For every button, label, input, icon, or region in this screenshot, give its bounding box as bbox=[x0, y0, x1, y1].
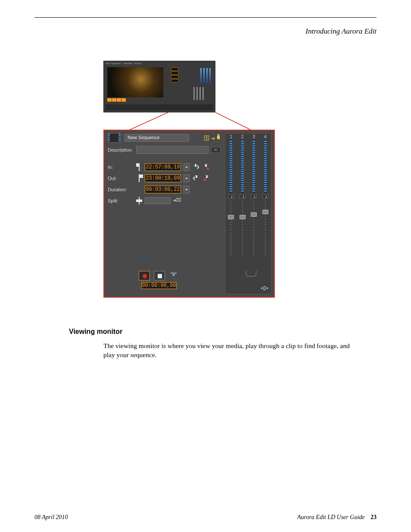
duration-spinner[interactable] bbox=[184, 186, 190, 193]
volume-fader[interactable] bbox=[230, 201, 232, 257]
sequence-name-field[interactable]: New Sequence bbox=[125, 134, 189, 142]
eject-icon[interactable] bbox=[170, 271, 179, 280]
person-icon[interactable] bbox=[216, 134, 221, 140]
film-clip-icon[interactable] bbox=[108, 133, 121, 143]
id-badge-icon[interactable]: ID bbox=[211, 147, 221, 153]
page-footer: 08 April 2010 Aurora Edit LD User Guide … bbox=[34, 514, 377, 521]
description-input[interactable] bbox=[136, 146, 209, 154]
send-arrow-icon[interactable]: ➔ bbox=[211, 136, 215, 141]
out-label: Out: bbox=[108, 176, 134, 181]
out-timecode-spinner[interactable] bbox=[184, 174, 190, 182]
level-meter bbox=[264, 141, 267, 193]
in-timecode[interactable]: 22:57:09,19 bbox=[145, 163, 181, 171]
footer-date: 08 April 2010 bbox=[34, 514, 68, 521]
mute-button[interactable] bbox=[228, 194, 234, 199]
fader-gang-icon[interactable] bbox=[246, 271, 256, 277]
mark-out-flag-icon[interactable] bbox=[136, 174, 142, 182]
volume-fader[interactable] bbox=[252, 201, 255, 257]
split-audio-icon[interactable]: ◂⌧ bbox=[173, 197, 180, 204]
duration-timecode[interactable]: 00:03:00,22 bbox=[145, 186, 181, 193]
chapter-title: Introducing Aurora Edit bbox=[305, 27, 377, 36]
split-label: Split: bbox=[108, 198, 134, 203]
out-timecode[interactable]: 23:00:10,09 bbox=[145, 174, 181, 182]
channel-number: 3 bbox=[252, 134, 255, 139]
volume-fader[interactable] bbox=[264, 201, 267, 257]
description-label: Description: bbox=[108, 147, 134, 152]
record-timecode: 00:00:00,00 bbox=[141, 282, 176, 289]
thumb-tc-group bbox=[107, 98, 126, 102]
thumb-transport-row bbox=[106, 104, 213, 110]
thumb-right-panel: -- -- -- -- -- -- -- -- -- -- -- -- bbox=[171, 67, 213, 102]
mute-button[interactable] bbox=[251, 194, 257, 199]
lock-icon[interactable]: ⚿ bbox=[204, 134, 210, 141]
mark-in-button[interactable] bbox=[192, 163, 200, 171]
mute-button[interactable] bbox=[240, 194, 246, 199]
in-label: In: bbox=[108, 165, 134, 170]
mark-in-flag-icon[interactable] bbox=[136, 163, 142, 171]
footer-guide-title: Aurora Edit LD User Guide bbox=[297, 514, 365, 520]
footer-page-number: 23 bbox=[371, 514, 377, 520]
in-timecode-spinner[interactable] bbox=[184, 163, 190, 171]
mute-button[interactable] bbox=[262, 194, 268, 199]
volume-fader[interactable] bbox=[241, 201, 244, 257]
figure: New Sequence - Timeline / Source -- -- -… bbox=[103, 61, 280, 298]
duration-label: Duration: bbox=[108, 187, 134, 192]
stop-button[interactable] bbox=[154, 271, 165, 280]
level-meter bbox=[252, 141, 255, 193]
clear-in-button[interactable] bbox=[202, 163, 210, 171]
section-heading: Viewing monitor bbox=[69, 328, 122, 336]
thumb-video-area bbox=[107, 67, 163, 97]
audio-mixer-strip: 1 2 3 4 bbox=[225, 133, 271, 294]
level-meter bbox=[230, 141, 232, 193]
channel-number: 1 bbox=[230, 134, 232, 139]
source-panel: New Sequence ⚿ ➔ Description: ID In: 22:… bbox=[103, 130, 275, 298]
clear-out-button[interactable] bbox=[202, 174, 210, 182]
channel-number: 4 bbox=[264, 134, 267, 139]
window-thumbnail: New Sequence - Timeline / Source -- -- -… bbox=[103, 61, 215, 112]
record-button[interactable] bbox=[139, 271, 150, 280]
level-meter bbox=[241, 141, 244, 193]
mark-out-button[interactable] bbox=[192, 174, 200, 182]
thumb-title: New Sequence - Timeline / Source bbox=[106, 62, 141, 65]
section-body: The viewing monitor is where you view yo… bbox=[103, 342, 359, 360]
split-value-box[interactable] bbox=[145, 197, 171, 204]
channel-number: 2 bbox=[241, 134, 244, 139]
split-flag-icon[interactable] bbox=[136, 197, 142, 205]
expand-mixer-icon[interactable] bbox=[261, 285, 268, 291]
